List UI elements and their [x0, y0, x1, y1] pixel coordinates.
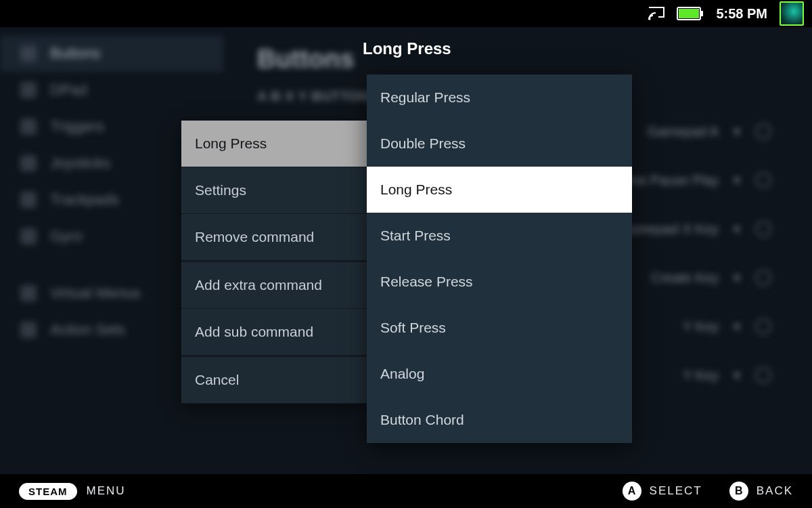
svg-point-0 — [649, 18, 651, 20]
svg-rect-2 — [701, 11, 703, 16]
a-button-label: SELECT — [650, 484, 702, 498]
option-label: Soft Press — [380, 320, 446, 335]
option-list: Regular Press Double Press Long Press St… — [367, 75, 632, 443]
option-double-press[interactable]: Double Press — [367, 121, 632, 167]
context-menu-item-add-extra-command[interactable]: Add extra command — [181, 261, 367, 309]
b-button-label: BACK — [757, 484, 793, 498]
menu-item-label: Cancel — [195, 372, 239, 387]
menu-item-label: Remove command — [195, 229, 314, 245]
menu-item-label: Long Press — [195, 135, 267, 151]
option-regular-press[interactable]: Regular Press — [367, 75, 632, 121]
option-label: Button Chord — [380, 412, 464, 427]
menu-item-label: Settings — [195, 182, 246, 198]
menu-item-label: Add sub command — [195, 324, 313, 339]
footer: STEAM MENU A SELECT B BACK — [0, 474, 812, 508]
menu-item-label: Add extra command — [195, 277, 322, 293]
option-release-press[interactable]: Release Press — [367, 259, 632, 305]
b-button-glyph[interactable]: B — [729, 482, 748, 501]
context-menu-item-settings[interactable]: Settings — [181, 167, 367, 214]
option-soft-press[interactable]: Soft Press — [367, 305, 632, 351]
context-menu-item-remove-command[interactable]: Remove command — [181, 214, 367, 261]
battery-full-icon — [677, 7, 704, 20]
clock: 5:58 PM — [716, 6, 767, 22]
option-button-chord[interactable]: Button Chord — [367, 397, 632, 443]
context-menu: Long Press Settings Remove command Add e… — [181, 121, 367, 404]
option-label: Double Press — [380, 135, 466, 151]
status-bar: 5:58 PM — [0, 0, 812, 27]
cast-icon — [648, 7, 664, 20]
option-label: Long Press — [380, 182, 452, 197]
avatar[interactable] — [780, 1, 804, 26]
option-long-press[interactable]: Long Press — [367, 167, 632, 213]
option-analog[interactable]: Analog — [367, 351, 632, 397]
option-label: Regular Press — [380, 89, 470, 105]
option-start-press[interactable]: Start Press — [367, 213, 632, 259]
option-list-title: Long Press — [363, 39, 451, 58]
context-menu-item-long-press[interactable]: Long Press — [181, 121, 367, 167]
option-label: Start Press — [380, 228, 451, 243]
menu-label: MENU — [87, 484, 126, 498]
svg-rect-3 — [679, 9, 699, 18]
option-label: Release Press — [380, 274, 473, 289]
option-label: Analog — [380, 366, 424, 381]
a-button-glyph[interactable]: A — [623, 482, 641, 501]
steam-button[interactable]: STEAM — [19, 483, 77, 500]
context-menu-item-cancel[interactable]: Cancel — [181, 356, 367, 404]
context-menu-item-add-sub-command[interactable]: Add sub command — [181, 309, 367, 356]
